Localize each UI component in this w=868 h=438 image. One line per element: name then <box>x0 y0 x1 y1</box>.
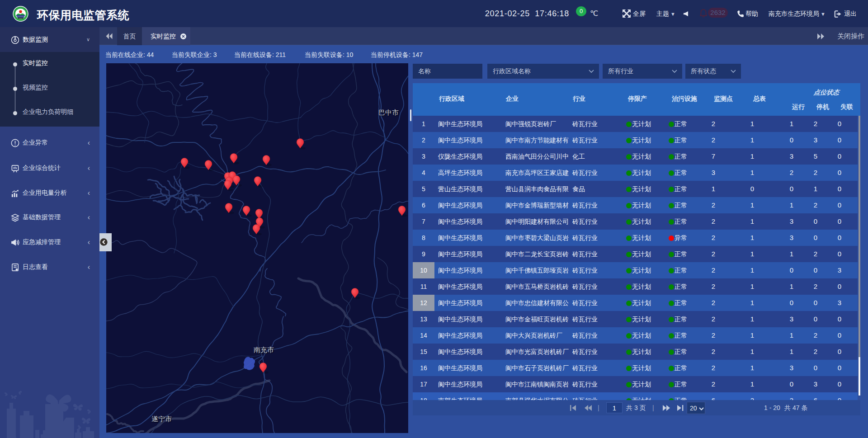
svg-text:巴中市: 巴中市 <box>378 108 399 116</box>
svg-text:南充市: 南充市 <box>254 346 274 353</box>
svg-text:遂宁市: 遂宁市 <box>151 415 172 423</box>
